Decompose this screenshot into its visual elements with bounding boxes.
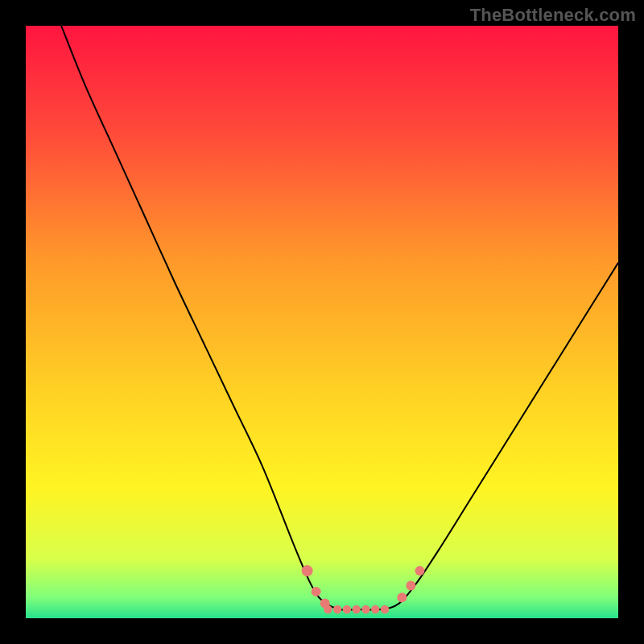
- highlight-dot: [352, 605, 360, 613]
- highlight-dot: [415, 566, 424, 576]
- highlight-dot: [312, 587, 321, 597]
- highlight-dot: [397, 592, 407, 602]
- highlight-dot: [324, 605, 332, 613]
- highlight-dot: [343, 605, 351, 613]
- watermark-label: TheBottleneck.com: [470, 5, 636, 26]
- highlight-dot: [371, 605, 379, 613]
- highlight-dots: [302, 565, 425, 613]
- highlight-dot: [406, 581, 415, 591]
- highlight-dot: [361, 605, 369, 613]
- curve-layer: [26, 26, 618, 618]
- highlight-dot: [333, 605, 341, 613]
- chart-frame: TheBottleneck.com: [0, 0, 644, 644]
- bottleneck-curve: [61, 26, 618, 610]
- highlight-dot: [381, 605, 389, 613]
- plot-area: [26, 26, 618, 618]
- highlight-dot: [302, 565, 313, 576]
